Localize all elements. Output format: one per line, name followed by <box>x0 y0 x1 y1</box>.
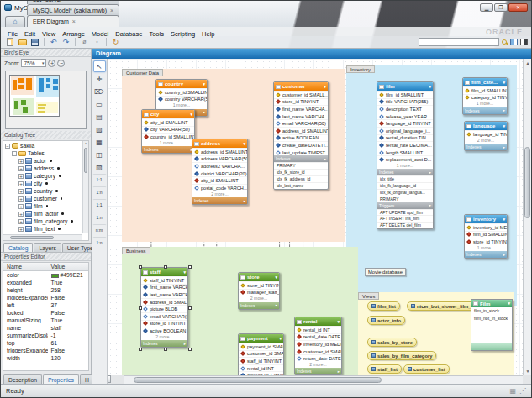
property-row[interactable]: color#499E21 <box>3 271 88 279</box>
view-film_list[interactable]: film_list <box>367 301 400 311</box>
minimap-viewport[interactable] <box>9 75 60 117</box>
open-model-button[interactable] <box>17 37 28 47</box>
collapse-arrow-icon[interactable]: ▾ <box>503 81 505 85</box>
diagram-table-staff[interactable]: staff▾staff_id TINYINTfirst_name VARCH..… <box>140 267 188 348</box>
section-indexes[interactable]: Indexes▸ <box>465 144 507 150</box>
maximize-button[interactable]: ❐ <box>494 3 508 12</box>
view-actor_info[interactable]: actor_info <box>367 316 405 325</box>
collapse-arrow-icon[interactable]: ▾ <box>337 320 340 324</box>
tab-mysql-model-sakila-mwb-[interactable]: MySQL Model* (sakila.mwb)× <box>27 4 119 15</box>
routine-group-film[interactable]: Film▾film_in_stockfilm_not_in_stock <box>471 299 513 351</box>
tree-horizontal-scrollbar[interactable] <box>3 234 82 240</box>
diagram-table-customer[interactable]: customer▾customer_id SMALL...store_id TI… <box>273 81 329 190</box>
diagram-table-inventory[interactable]: inventory▾inventory_id MEDI...film_id SM… <box>464 214 508 259</box>
undo-button[interactable]: ↶ <box>48 37 59 47</box>
toggle-sidebar-icon[interactable] <box>510 39 518 45</box>
section-indexes[interactable]: Indexes▸ <box>274 155 328 162</box>
section-indexes[interactable]: Indexes▸ <box>142 146 194 153</box>
redo-button[interactable]: ↷ <box>61 37 71 47</box>
section-indexes[interactable]: Indexes▸ <box>141 340 187 347</box>
diagram-table-rental[interactable]: rental▾rental_id INTrental_date DATE...i… <box>294 317 342 375</box>
diagram-table-film_cate[interactable]: film_cate...▾film_id SMALLINTcategory_id… <box>462 77 508 115</box>
tab-close-icon[interactable]: × <box>66 0 69 3</box>
expand-icon[interactable]: + <box>18 159 24 164</box>
property-row[interactable]: summarizeDisplay-1 <box>3 332 88 339</box>
zoom-out-tool-button[interactable]: ø <box>79 37 90 47</box>
close-button[interactable]: ✕ <box>508 3 528 12</box>
tree-item-category[interactable]: +category <box>5 172 82 180</box>
selection-handle[interactable] <box>188 306 192 310</box>
rel-1-n-id-tool[interactable]: 1:n <box>92 212 107 223</box>
collapse-arrow-icon[interactable]: ▾ <box>324 85 326 89</box>
property-row[interactable]: manualSizingTrue <box>3 317 88 324</box>
refresh-button[interactable]: ↻ <box>110 37 121 47</box>
zoom-select[interactable]: 75%▾ <box>21 59 46 67</box>
tree-item-country[interactable]: +country <box>5 187 82 195</box>
zoom-reset-tool-button[interactable]: ▫ <box>92 37 103 47</box>
expand-icon[interactable]: − <box>5 144 10 149</box>
collapse-arrow-icon[interactable]: ▾ <box>243 142 245 146</box>
diagram-table-payment[interactable]: payment▾payment_id SMAL...customer_id SM… <box>238 333 284 375</box>
property-row[interactable]: lockedFalse <box>3 309 88 317</box>
hand-tool[interactable]: ✛ <box>93 73 106 85</box>
tree-item-schema[interactable]: −sakila <box>5 142 82 149</box>
selection-handle[interactable] <box>139 306 142 310</box>
eer-diagram-canvas[interactable]: Customer DataInventoryBusinessViewscount… <box>108 59 523 375</box>
toggle-secondary-sidebar-icon[interactable] <box>520 39 528 45</box>
resize-grip[interactable]: ⋰ <box>519 387 526 395</box>
selection-handle[interactable] <box>188 265 192 269</box>
search-icon[interactable] <box>502 39 508 45</box>
section-triggers[interactable]: Triggers▸ <box>377 202 433 209</box>
search-input[interactable] <box>419 38 499 46</box>
property-row[interactable]: expandedTrue <box>3 279 88 286</box>
canvas-vertical-scrollbar[interactable]: ▲▼ <box>523 59 531 375</box>
selection-handle[interactable] <box>164 348 167 351</box>
tab-description[interactable]: Description <box>3 374 42 384</box>
tree-item-tables-folder[interactable]: −Tables <box>5 149 82 157</box>
section-indexes[interactable]: Indexes▸ <box>465 251 507 258</box>
pointer-tool[interactable]: ↖ <box>93 60 106 72</box>
table-tool[interactable]: ▦ <box>93 136 106 148</box>
tree-item-film[interactable]: +film <box>5 202 82 210</box>
tab-properties[interactable]: Properties <box>43 374 79 384</box>
property-row[interactable]: height258 <box>3 286 88 294</box>
note-movie-database[interactable]: Movie database <box>365 268 406 276</box>
routine-group-tool[interactable]: ▧ <box>93 161 106 173</box>
property-row[interactable]: top61 <box>3 339 88 347</box>
diagram-table-film[interactable]: film▾film_id SMALLINTtitle VARCHAR(255)d… <box>377 81 434 229</box>
tree-item-film_actor[interactable]: +film_actor <box>5 210 82 217</box>
collapse-arrow-icon[interactable]: ▾ <box>429 85 431 89</box>
collapse-arrow-icon[interactable]: ▾ <box>503 217 505 222</box>
zoom-in-button[interactable]: + <box>48 60 55 67</box>
view-sales_by_film_category[interactable]: sales_by_film_category <box>367 351 436 360</box>
view-sales_by_store[interactable]: sales_by_store <box>367 338 417 347</box>
collapse-arrow-icon[interactable]: ▾ <box>503 124 505 128</box>
menu-help[interactable]: Help <box>198 30 218 38</box>
expand-icon[interactable]: + <box>18 166 24 171</box>
collapse-arrow-icon[interactable]: ▾ <box>183 270 186 275</box>
tree-item-city[interactable]: +city <box>5 180 82 187</box>
collapse-arrow-icon[interactable]: ▾ <box>508 301 510 306</box>
diagram-table-city[interactable]: city▾city_id SMALLINTcity VARCHAR(50)cou… <box>141 109 195 154</box>
collapse-arrow-icon[interactable]: ▾ <box>275 275 277 280</box>
tree-item-film_text[interactable]: +film_text <box>5 225 82 233</box>
tab-catalog[interactable]: Catalog <box>3 243 33 252</box>
text-tool[interactable]: ▤ <box>93 111 106 123</box>
tree-item-address[interactable]: +address <box>5 165 82 172</box>
layer-tool[interactable]: ▭ <box>93 98 106 110</box>
property-row[interactable]: indicesExpandedFalse <box>3 294 88 301</box>
tab-layers[interactable]: Layers <box>34 243 61 252</box>
menu-tools[interactable]: Tools <box>145 30 167 38</box>
diagram-table-address[interactable]: address▾address_id SMALLINTaddress VARCH… <box>192 139 248 205</box>
collapse-arrow-icon[interactable]: ▾ <box>203 82 205 86</box>
eraser-tool[interactable]: ⌦ <box>93 86 106 97</box>
selection-handle[interactable] <box>164 265 167 269</box>
canvas-horizontal-scrollbar[interactable] <box>124 375 523 384</box>
section-indexes[interactable]: Indexes▸ <box>377 169 433 175</box>
section-indexes[interactable]: Indexes▸ <box>239 302 279 309</box>
tree-item-actor[interactable]: +actor <box>5 157 82 165</box>
grid-toggle-icon[interactable]: ▦ <box>509 387 516 395</box>
section-indexes[interactable]: Indexes▸ <box>192 197 247 204</box>
tree-item-film_category[interactable]: +film_category <box>5 217 82 225</box>
property-row[interactable]: width120 <box>3 354 88 362</box>
